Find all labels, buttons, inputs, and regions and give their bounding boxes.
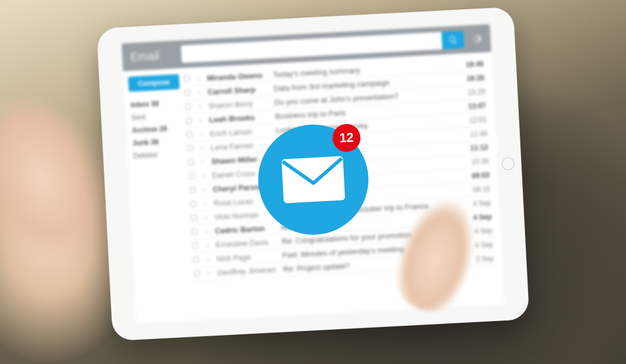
- checkbox[interactable]: [194, 270, 200, 276]
- mail-sender: Daniel Cross: [212, 168, 273, 180]
- star-icon[interactable]: ☆: [198, 118, 204, 124]
- mail-time: 10:36: [463, 157, 489, 166]
- mail-time: 11:12: [463, 143, 489, 152]
- mail-time: 09:03: [464, 171, 490, 180]
- mail-sender: Ernestine Davis: [216, 238, 276, 249]
- mail-sender: Miranda Owens: [207, 71, 268, 82]
- mail-sender: Erich Larson: [210, 126, 271, 138]
- checkbox[interactable]: [192, 243, 199, 249]
- mail-time: 18:20: [458, 74, 485, 83]
- mail-sender: Nick Page: [216, 251, 277, 263]
- star-icon[interactable]: ☆: [196, 90, 202, 96]
- star-icon[interactable]: ☆: [199, 159, 206, 166]
- mail-sender: Cedric Barton: [215, 224, 276, 235]
- star-icon[interactable]: ☆: [195, 76, 202, 82]
- mail-sender: Lena Farmer: [210, 140, 271, 152]
- star-icon[interactable]: ☆: [202, 201, 208, 208]
- star-icon[interactable]: ☆: [205, 256, 211, 263]
- mail-sender: Vicki Norman: [214, 210, 275, 221]
- checkbox[interactable]: [184, 90, 191, 96]
- search-button[interactable]: [441, 31, 464, 49]
- mail-sender: Shawn Miller: [211, 154, 272, 166]
- checkbox[interactable]: [188, 159, 194, 166]
- search-icon: [448, 35, 458, 45]
- checkbox[interactable]: [192, 229, 198, 235]
- checkbox[interactable]: [191, 215, 197, 221]
- home-button[interactable]: [501, 157, 515, 170]
- star-icon[interactable]: ☆: [204, 242, 210, 249]
- compose-button[interactable]: Compose: [128, 74, 180, 92]
- mail-sender: Carroll Sharp: [208, 85, 268, 96]
- tablet-device: Email Compose Inbox 38SentArchive 28Junk…: [96, 7, 529, 341]
- checkbox[interactable]: [187, 132, 193, 138]
- star-icon[interactable]: ☆: [202, 215, 209, 221]
- checkbox[interactable]: [185, 104, 191, 110]
- star-icon[interactable]: ☆: [199, 145, 205, 152]
- checkbox[interactable]: [190, 201, 196, 208]
- mail-time: 15:29: [460, 88, 486, 97]
- checkbox[interactable]: [190, 187, 196, 194]
- checkbox[interactable]: [187, 145, 194, 152]
- star-icon[interactable]: ☆: [203, 229, 210, 235]
- mail-time: 11:48: [461, 129, 487, 139]
- checkbox[interactable]: [193, 256, 199, 263]
- star-icon[interactable]: ☆: [205, 270, 212, 276]
- star-icon[interactable]: ☆: [196, 104, 203, 110]
- star-icon[interactable]: ☆: [198, 132, 205, 138]
- sidebar-folder[interactable]: Deleted: [132, 147, 183, 163]
- mail-time: 12:01: [461, 115, 487, 125]
- mail-time: 13:07: [460, 101, 486, 111]
- mail-sender: Cheryl Parsons: [213, 182, 274, 194]
- checkbox[interactable]: [184, 76, 190, 82]
- checkbox[interactable]: [189, 173, 195, 180]
- mail-sender: Leah Brooks: [209, 112, 270, 124]
- star-icon[interactable]: ☆: [201, 187, 208, 194]
- gear-icon[interactable]: [470, 32, 483, 45]
- star-icon[interactable]: ☆: [201, 173, 207, 180]
- mail-time: 19:45: [458, 60, 484, 69]
- mail-sender: Sharon Berry: [208, 99, 269, 110]
- checkbox[interactable]: [186, 118, 192, 124]
- app-title: Email: [130, 48, 176, 64]
- mail-sender: Rosa Lucas: [213, 196, 274, 208]
- mail-sender: Geoffrey Jimenez: [217, 265, 278, 276]
